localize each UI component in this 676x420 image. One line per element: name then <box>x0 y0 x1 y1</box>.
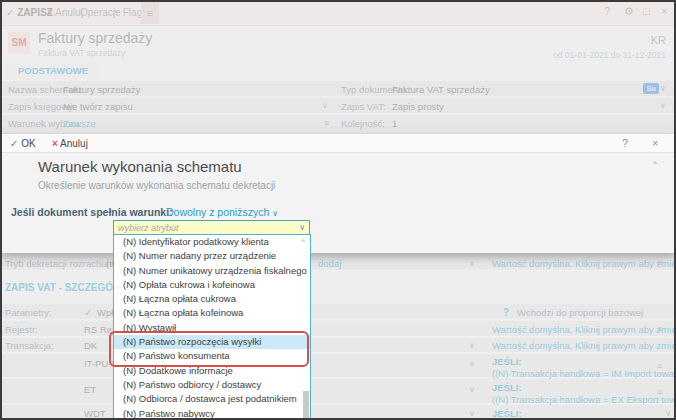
attribute-dropdown-list: (N) Identyfikator podatkowy klienta (N) … <box>113 234 311 420</box>
modal-overlay-bottom <box>0 253 676 420</box>
collapse-icon[interactable]: ^ <box>653 159 657 168</box>
dropdown-item[interactable]: (N) Numer nadany przez urządzenie fiskal… <box>114 249 310 263</box>
dropdown-item[interactable]: (N) Numer unikatowy urządzenia fiskalneg… <box>114 264 310 278</box>
warunek-modal: ✓ OK × Anuluj ? × ^ Warunek wykonania sc… <box>0 134 676 253</box>
check-icon: ✓ <box>10 138 18 149</box>
modal-title: Warunek wykonania schematu <box>38 158 242 175</box>
dropdown-item[interactable]: (N) Łączna opłata kofeinowa <box>114 306 310 320</box>
app-window: ✓ ZAPISZ × Anuluj Operacje ☆ Flaga ≡ ? ⚙… <box>0 0 676 420</box>
chevron-down-icon: ∨ <box>272 209 278 218</box>
modal-close-icon[interactable]: × <box>652 137 658 149</box>
modal-overlay-top <box>0 0 676 134</box>
modal-help-icon[interactable]: ? <box>622 137 628 149</box>
dropdown-item[interactable]: (N) Łączna opłata cukrowa <box>114 292 310 306</box>
dropdown-item[interactable]: (N) Państwo nabywcy <box>114 407 310 420</box>
scroll-up-icon[interactable]: ^ <box>301 237 305 246</box>
dropdown-item[interactable]: (N) Opłata cukrowa i kofeinowa <box>114 278 310 292</box>
modal-subtitle: Określenie warunków wykonania schematu d… <box>38 180 275 191</box>
modal-cancel-button[interactable]: × Anuluj <box>52 138 88 149</box>
modal-toolbar: ✓ OK × Anuluj ? × <box>0 134 676 153</box>
dropdown-item[interactable]: (N) Identyfikator podatkowy klienta <box>114 235 310 249</box>
scrollbar-thumb[interactable] <box>303 391 309 420</box>
chevron-down-icon: ∨ <box>299 223 305 232</box>
annotation-highlight-box <box>109 331 309 367</box>
attribute-placeholder: wybierz atrybut <box>118 223 179 233</box>
ok-button[interactable]: ✓ OK <box>10 138 36 149</box>
condition-label: Jeśli dokument spełnia warunki: <box>11 206 173 218</box>
condition-mode-dropdown[interactable]: Dowolny z poniższych ∨ <box>166 206 278 218</box>
dropdown-item[interactable]: (N) Państwo odbiorcy / dostawcy <box>114 378 310 392</box>
dropdown-item[interactable]: (N) Odbiorca / dostawca jest podatnikiem… <box>114 392 310 406</box>
close-icon: × <box>52 138 58 149</box>
